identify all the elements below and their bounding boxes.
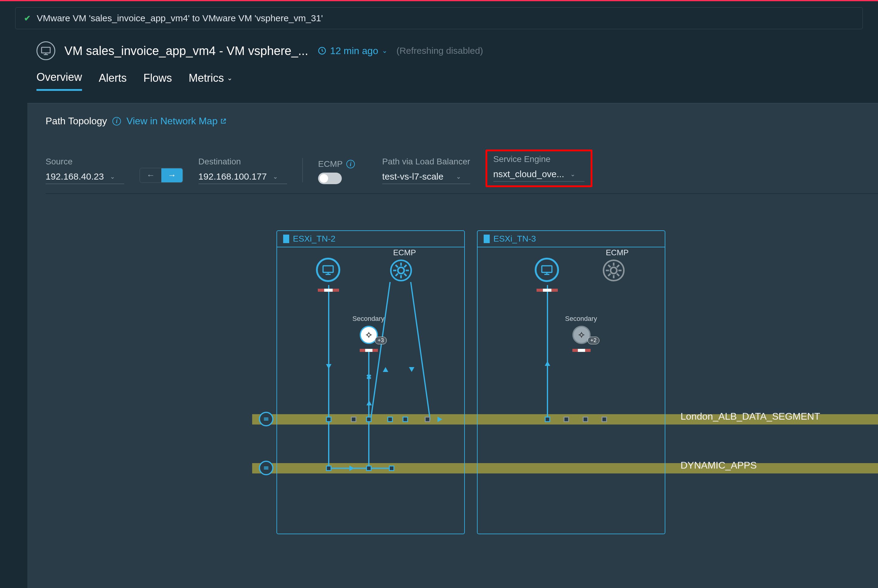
arrow-icon — [438, 417, 442, 422]
arrow-icon — [383, 367, 388, 372]
tab-flows[interactable]: Flows — [143, 71, 172, 91]
svg-point-18 — [367, 333, 370, 336]
tab-metrics[interactable]: Metrics ⌄ — [189, 71, 232, 91]
nic-icon — [572, 349, 590, 352]
source-dropdown[interactable]: 192.168.40.23⌄ — [46, 170, 124, 184]
tab-overview[interactable]: Overview — [36, 71, 82, 91]
nic-icon — [536, 289, 558, 292]
path-line — [329, 468, 390, 469]
segment-label[interactable]: London_ALB_DATA_SEGMENT — [680, 411, 820, 422]
port-icon[interactable] — [389, 465, 394, 471]
chevron-down-icon: ⌄ — [273, 173, 278, 180]
tab-alerts[interactable]: Alerts — [99, 71, 127, 91]
port-icon[interactable] — [602, 417, 607, 422]
arrow-icon — [349, 465, 354, 471]
host-icon — [283, 235, 289, 243]
svg-point-17 — [611, 267, 617, 274]
content-panel: Path Topology i View in Network Map Sour… — [27, 103, 878, 588]
direction-right-button[interactable]: → — [161, 168, 183, 182]
svg-rect-10 — [323, 266, 333, 273]
destination-dropdown[interactable]: 192.168.100.177⌄ — [198, 170, 287, 184]
chevron-down-icon: ⌄ — [110, 173, 115, 180]
svg-point-19 — [580, 333, 583, 336]
host-box: ESXi_TN-3 — [477, 230, 665, 534]
count-badge: +3 — [375, 337, 387, 344]
service-engine-highlight: Service Engine nsxt_cloud_ove...⌄ — [485, 150, 592, 187]
info-icon[interactable]: i — [112, 117, 121, 126]
host-name: ESXi_TN-2 — [293, 234, 336, 244]
vm-icon — [36, 41, 55, 60]
port-icon[interactable] — [563, 417, 569, 422]
chevron-down-icon: ⌄ — [570, 171, 575, 178]
port-icon[interactable] — [545, 417, 550, 422]
port-icon[interactable] — [326, 465, 331, 471]
port-icon[interactable] — [366, 417, 372, 422]
network-icon[interactable] — [259, 460, 273, 475]
controls-row: Source 192.168.40.23⌄ ← → Destination 19… — [46, 140, 878, 194]
ecmp-toggle[interactable] — [318, 172, 342, 184]
secondary-label: Secondary — [352, 315, 384, 323]
segment-label[interactable]: DYNAMIC_APPS — [680, 460, 757, 471]
chevron-down-icon: ⌄ — [382, 47, 387, 55]
arrow-icon — [545, 361, 550, 366]
x-icon: ✖ — [366, 373, 372, 381]
topology-diagram: ESXi_TN-2 ESXi_TN-3 — [46, 230, 878, 565]
time-ago-dropdown[interactable]: 12 min ago ⌄ — [318, 45, 387, 57]
host-box: ESXi_TN-2 — [276, 230, 465, 534]
svg-point-16 — [398, 267, 405, 274]
port-icon[interactable] — [387, 417, 393, 422]
panel-title: Path Topology — [46, 116, 107, 127]
ecmp-node-icon[interactable] — [603, 260, 625, 281]
view-network-map-link[interactable]: View in Network Map — [126, 116, 227, 127]
host-header[interactable]: ESXi_TN-2 — [277, 231, 464, 248]
svg-rect-13 — [542, 266, 552, 273]
path-line — [328, 285, 329, 469]
path-lb-dropdown[interactable]: test-vs-l7-scale⌄ — [382, 170, 470, 184]
direction-toggle: ← → — [139, 168, 183, 183]
check-icon: ✔ — [24, 14, 31, 23]
vm-node-icon[interactable] — [535, 258, 559, 282]
tabs: Overview Alerts Flows Metrics ⌄ — [0, 60, 878, 91]
network-icon[interactable] — [259, 412, 273, 426]
count-badge: +2 — [587, 337, 599, 344]
port-icon[interactable] — [351, 417, 357, 422]
ecmp-node-label: ECMP — [606, 248, 629, 257]
secondary-label: Secondary — [565, 315, 597, 323]
ecmp-label: ECMP — [318, 159, 343, 169]
divider — [302, 158, 303, 182]
host-header[interactable]: ESXi_TN-3 — [478, 231, 665, 248]
host-name: ESXi_TN-3 — [493, 234, 536, 244]
path-lb-label: Path via Load Balancer — [382, 157, 470, 166]
info-icon[interactable]: i — [346, 160, 355, 168]
port-icon[interactable] — [403, 417, 408, 422]
external-link-icon — [220, 118, 227, 124]
path-line — [368, 352, 369, 469]
path-line — [547, 285, 548, 419]
port-icon[interactable] — [366, 465, 372, 471]
chevron-down-icon: ⌄ — [456, 173, 461, 180]
refresh-status: (Refreshing disabled) — [397, 46, 483, 56]
arrow-icon — [326, 364, 331, 369]
chevron-down-icon: ⌄ — [227, 74, 232, 82]
arrow-icon — [409, 367, 414, 372]
port-icon[interactable] — [583, 417, 588, 422]
breadcrumb-text: VMware VM 'sales_invoice_app_vm4' to VMw… — [37, 13, 323, 23]
destination-label: Destination — [198, 157, 287, 166]
service-engine-dropdown[interactable]: nsxt_cloud_ove...⌄ — [493, 168, 584, 182]
svg-rect-0 — [42, 47, 50, 53]
ecmp-node-label: ECMP — [393, 248, 416, 257]
source-label: Source — [46, 157, 124, 166]
host-icon — [484, 235, 490, 243]
arrow-icon — [366, 400, 372, 405]
time-ago-text: 12 min ago — [330, 45, 378, 57]
direction-left-button[interactable]: ← — [140, 168, 161, 182]
nic-icon — [360, 349, 378, 352]
breadcrumb-bar[interactable]: ✔ VMware VM 'sales_invoice_app_vm4' to V… — [15, 7, 863, 29]
port-icon[interactable] — [425, 417, 430, 422]
nic-icon — [318, 289, 339, 292]
clock-icon — [318, 46, 327, 55]
service-engine-label: Service Engine — [493, 154, 584, 164]
port-icon[interactable] — [326, 417, 331, 422]
ecmp-node-icon[interactable] — [390, 260, 412, 281]
vm-node-icon[interactable] — [316, 258, 340, 282]
